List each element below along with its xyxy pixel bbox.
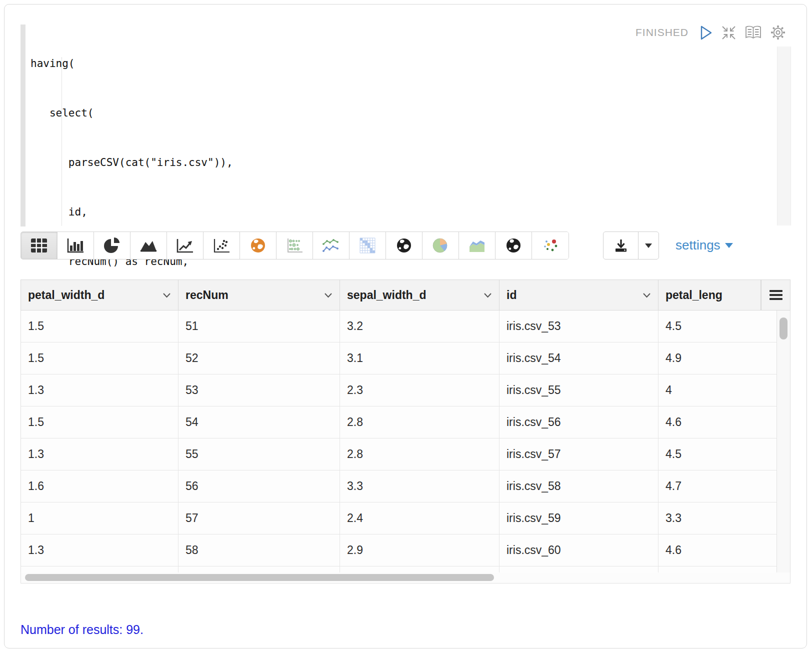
paragraph-controls: FINISHED <box>636 24 786 40</box>
table-cell: 1.5 <box>21 310 178 342</box>
table-cell <box>21 566 178 572</box>
chart-type-table-button[interactable] <box>21 232 58 259</box>
chevron-down-icon[interactable] <box>642 292 651 298</box>
chevron-down-icon[interactable] <box>324 292 332 298</box>
table-cell: iris.csv_54 <box>500 342 658 374</box>
caret-down-icon <box>725 243 733 248</box>
globe-dark-icon <box>505 237 522 254</box>
table-row: 1.5 51 3.2 iris.csv_53 4.5 <box>21 310 790 342</box>
chart-type-bar-button[interactable] <box>58 232 94 259</box>
column-header-petal-width[interactable]: petal_width_d <box>21 280 178 310</box>
open-book-icon <box>744 26 762 40</box>
column-label: petal_width_d <box>28 288 104 302</box>
code-line: select( <box>30 105 264 122</box>
settings-label: settings <box>676 238 720 253</box>
table-cell: 54 <box>178 406 340 438</box>
column-label: id <box>506 288 516 302</box>
chart-type-toolbar <box>20 232 569 260</box>
chart-type-pie-button[interactable] <box>94 232 130 259</box>
table-body: 1.5 51 3.2 iris.csv_53 4.5 1.5 52 3.1 ir… <box>20 310 790 572</box>
horizontal-scrollbar-thumb[interactable] <box>25 574 494 581</box>
table-cell: 1 <box>21 502 178 534</box>
table-row: 1.3 55 2.8 iris.csv_57 4.5 <box>21 438 790 470</box>
chart-type-area-button[interactable] <box>130 232 167 259</box>
chart-type-pie-colored-button[interactable] <box>422 232 459 259</box>
stacked-area-icon <box>468 238 486 254</box>
table-row: 1.3 53 2.3 iris.csv_55 4 <box>21 374 790 406</box>
table-cell: iris.csv_56 <box>500 406 658 438</box>
shrink-button[interactable] <box>721 25 736 40</box>
table-cell: 2.9 <box>340 534 500 566</box>
table-row: 1.5 52 3.1 iris.csv_54 4.9 <box>21 342 790 374</box>
editor-gutter <box>20 24 26 226</box>
table-cell: 2.8 <box>340 438 500 470</box>
chart-type-heatmap-button[interactable] <box>350 232 386 259</box>
chart-type-map-orange-button[interactable] <box>240 232 276 259</box>
status-badge: FINISHED <box>636 26 688 38</box>
chart-type-scatter-button[interactable] <box>204 232 240 259</box>
play-icon <box>700 25 713 40</box>
gear-icon <box>770 24 786 40</box>
table-cell: 52 <box>178 342 340 374</box>
chart-type-line-button[interactable] <box>167 232 204 259</box>
table-cell: 1.5 <box>21 406 178 438</box>
globe-orange-icon <box>250 237 266 254</box>
chart-type-scatter-colored-button[interactable] <box>532 232 568 259</box>
paragraph-card: having( select( parseCSV(cat("iris.csv")… <box>4 4 807 648</box>
table-cell: 3.3 <box>658 502 790 534</box>
bubble-grid-icon <box>285 238 304 254</box>
column-label: sepal_width_d <box>347 288 426 302</box>
download-button[interactable] <box>604 232 638 259</box>
table-vertical-scrollbar[interactable] <box>776 310 790 572</box>
table-cell: 4.7 <box>658 470 790 502</box>
column-header-recnum[interactable]: recNum <box>178 280 340 310</box>
chevron-down-icon[interactable] <box>484 292 492 298</box>
shrink-icon <box>721 25 736 40</box>
table-cell <box>658 566 790 572</box>
code-line: parseCSV(cat("iris.csv")), <box>30 154 264 171</box>
chart-type-area-colored-button[interactable] <box>459 232 496 259</box>
book-button[interactable] <box>744 26 762 40</box>
table-cell: 53 <box>178 374 340 406</box>
code-line: having( <box>30 56 264 72</box>
chevron-down-icon[interactable] <box>162 292 171 298</box>
table-row: 1.5 54 2.8 iris.csv_56 4.6 <box>21 406 790 438</box>
vertical-scrollbar-thumb[interactable] <box>780 318 788 340</box>
pie-chart-icon <box>103 236 121 254</box>
globe-dark-icon <box>396 237 412 254</box>
settings-gear-button[interactable] <box>770 24 786 40</box>
column-header-id[interactable]: id <box>500 280 658 310</box>
line-chart-icon <box>176 238 194 254</box>
run-button[interactable] <box>700 25 713 40</box>
multi-line-icon <box>322 238 340 254</box>
chart-type-bubble-grid-button[interactable] <box>276 232 313 259</box>
chart-type-globe2-button[interactable] <box>496 232 532 259</box>
table-cell: 1.3 <box>21 534 178 566</box>
caret-down-icon <box>645 244 652 248</box>
table-row: 1.3 58 2.9 iris.csv_60 4.6 <box>21 534 790 566</box>
chart-type-multi-line-button[interactable] <box>313 232 350 259</box>
table-row: 1.6 56 3.3 iris.csv_58 4.7 <box>21 470 790 502</box>
settings-toggle[interactable]: settings <box>676 238 733 253</box>
table-cell: 56 <box>178 470 340 502</box>
table-cell: 55 <box>178 438 340 470</box>
table-menu-button[interactable] <box>761 280 790 310</box>
scatter-colored-icon <box>541 238 560 254</box>
table-horizontal-scrollbar[interactable] <box>20 572 790 584</box>
table-cell: 1.3 <box>21 374 178 406</box>
table-cell: 58 <box>178 534 340 566</box>
table-cell: iris.csv_59 <box>500 502 658 534</box>
table-cell <box>500 566 658 572</box>
table-header-row: petal_width_d recNum sepal_width_d id pe… <box>20 280 790 310</box>
table-cell: 4.6 <box>658 534 790 566</box>
chart-type-globe1-button[interactable] <box>386 232 422 259</box>
editor-scrollbar[interactable] <box>777 46 791 226</box>
pie-colored-icon <box>432 236 450 254</box>
download-options-button[interactable] <box>638 232 658 259</box>
code-line: id, <box>30 204 264 220</box>
column-header-petal-length[interactable]: petal_leng <box>658 280 761 310</box>
column-header-sepal-width[interactable]: sepal_width_d <box>340 280 500 310</box>
table-cell: 3.1 <box>340 342 500 374</box>
table-cell: 1.3 <box>21 438 178 470</box>
table-cell: iris.csv_58 <box>500 470 658 502</box>
